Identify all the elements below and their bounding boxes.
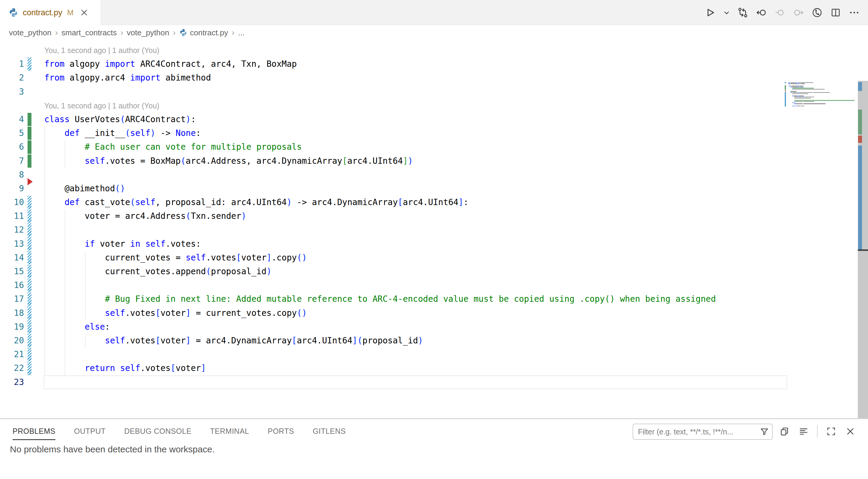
line-number[interactable]: 20 [0, 334, 24, 348]
code-line-row[interactable]: 2from algopy.arc4 import abimethod [0, 71, 868, 85]
code-line-row[interactable]: 17 # Bug Fixed in next line: Added mutab… [0, 292, 868, 306]
line-number[interactable]: 19 [0, 320, 24, 334]
line-number[interactable]: 5 [0, 126, 24, 140]
breadcrumb-item[interactable]: smart_contracts [61, 28, 117, 37]
line-number[interactable]: 23 [0, 375, 24, 389]
code-line-row[interactable]: 13 if voter in self.votes: [0, 237, 868, 251]
commit-graph-icon[interactable] [811, 7, 823, 19]
git-gutter-modified-marker[interactable] [28, 307, 31, 320]
open-previous-change-icon[interactable] [755, 7, 767, 19]
line-number[interactable]: 12 [0, 223, 24, 237]
panel-tab-terminal[interactable]: TERMINAL [210, 423, 249, 440]
breadcrumb-item[interactable]: ... [238, 28, 245, 37]
line-number[interactable]: 2 [0, 71, 24, 85]
run-dropdown-chevron-icon[interactable] [723, 7, 730, 19]
code-line-row[interactable]: 12 [0, 223, 868, 237]
code-line-row[interactable]: 18 self.votes[voter] = current_votes.cop… [0, 306, 868, 320]
line-number[interactable]: 14 [0, 251, 24, 265]
line-number[interactable]: 7 [0, 154, 24, 168]
git-gutter-modified-marker[interactable] [28, 292, 31, 306]
blame-row[interactable]: You, 1 second ago | 1 author (You) [0, 43, 868, 57]
minimap[interactable] [785, 81, 858, 459]
code-line-row[interactable]: 14 current_votes = self.votes[voter].cop… [0, 251, 868, 265]
code-line-row[interactable]: 10 def cast_vote(self, proposal_id: arc4… [0, 195, 868, 209]
code-line-row[interactable]: 7 self.votes = BoxMap(arc4.Address, arc4… [0, 154, 868, 168]
git-gutter-modified-marker[interactable] [28, 237, 31, 251]
line-number[interactable]: 6 [0, 140, 24, 154]
line-number[interactable]: 15 [0, 265, 24, 279]
code-line-row[interactable]: 11 voter = arc4.Address(Txn.sender) [0, 209, 868, 223]
close-panel-icon[interactable] [845, 426, 856, 437]
code-line-row[interactable]: 8 [0, 168, 868, 182]
line-number[interactable]: 18 [0, 306, 24, 320]
line-number[interactable]: 11 [0, 209, 24, 223]
panel-tab-output[interactable]: OUTPUT [74, 423, 106, 440]
line-number[interactable]: 8 [0, 168, 24, 182]
git-gutter-modified-marker[interactable] [28, 265, 31, 278]
maximize-panel-icon[interactable] [826, 426, 837, 437]
blame-row[interactable]: You, 1 second ago | 1 author (You) [0, 99, 868, 113]
line-number[interactable]: 22 [0, 361, 24, 375]
code-line-row[interactable]: 19 else: [0, 320, 868, 334]
code-line-row[interactable]: 5 def __init__(self) -> None: [0, 126, 868, 140]
run-python-file-icon[interactable] [705, 7, 716, 19]
code-line-row[interactable]: 1from algopy import ARC4Contract, arc4, … [0, 57, 868, 71]
line-number[interactable]: 16 [0, 279, 24, 292]
line-number[interactable]: 1 [0, 57, 24, 71]
breadcrumb-item[interactable]: vote_python [127, 28, 169, 37]
more-actions-icon[interactable] [848, 7, 860, 19]
code-editor[interactable]: You, 1 second ago | 1 author (You)1from … [0, 40, 868, 418]
code-line-row[interactable]: 22 return self.votes[voter] [0, 361, 868, 375]
code-line-row[interactable]: 23 [0, 375, 868, 389]
panel-tab-gitlens[interactable]: GITLENS [313, 423, 346, 440]
git-gutter-deleted-marker[interactable] [28, 178, 33, 185]
git-gutter-modified-marker[interactable] [28, 348, 31, 361]
overview-ruler-scrollbar[interactable] [858, 81, 868, 459]
code-token: in [130, 239, 141, 249]
line-number[interactable]: 13 [0, 237, 24, 251]
code-line-row[interactable]: 15 current_votes.append(proposal_id) [0, 265, 868, 279]
line-number[interactable]: 3 [0, 85, 24, 99]
code-line-row[interactable]: 9 @abimethod() [0, 182, 868, 195]
git-gutter-modified-marker[interactable] [28, 196, 31, 209]
git-gutter-added-marker[interactable] [28, 155, 31, 168]
git-gutter-added-marker[interactable] [28, 140, 31, 154]
minimap-code-line [797, 92, 799, 93]
code-line-row[interactable]: 20 self.votes[voter] = arc4.DynamicArray… [0, 334, 868, 348]
git-gutter-modified-marker[interactable] [28, 223, 31, 236]
compare-changes-icon[interactable] [737, 7, 749, 19]
line-number[interactable]: 9 [0, 182, 24, 195]
breadcrumb-item[interactable]: contract.py [179, 28, 228, 37]
scrollbar-slider-edge[interactable] [858, 249, 868, 251]
filter-input[interactable] [638, 427, 760, 436]
panel-tab-ports[interactable]: PORTS [268, 423, 294, 440]
git-gutter-modified-marker[interactable] [28, 320, 31, 333]
code-line-row[interactable]: 4class UserVotes(ARC4Contract): [0, 113, 868, 126]
git-gutter-added-marker[interactable] [28, 127, 31, 140]
code-line-row[interactable]: 3 [0, 85, 868, 99]
tab-contract-py[interactable]: contract.py M [0, 0, 101, 25]
git-gutter-modified-marker[interactable] [28, 251, 31, 264]
list-lines-icon[interactable] [798, 426, 809, 437]
git-gutter-modified-marker[interactable] [28, 334, 31, 347]
panel-tab-problems[interactable]: PROBLEMS [12, 423, 55, 440]
line-number[interactable]: 10 [0, 195, 24, 209]
line-number[interactable]: 4 [0, 113, 24, 126]
git-gutter-added-marker[interactable] [28, 113, 31, 126]
git-gutter-modified-marker[interactable] [28, 58, 31, 71]
line-number[interactable]: 17 [0, 292, 24, 306]
line-number[interactable]: 21 [0, 348, 24, 361]
code-line-row[interactable]: 16 [0, 279, 868, 292]
git-gutter-modified-marker[interactable] [28, 362, 31, 375]
breadcrumb-item[interactable]: vote_python [9, 28, 52, 37]
git-gutter-modified-marker[interactable] [28, 210, 31, 223]
git-gutter-modified-marker[interactable] [28, 279, 31, 292]
split-editor-icon[interactable] [830, 7, 842, 19]
minimap-code-line [801, 106, 804, 106]
code-line-row[interactable]: 21 [0, 348, 868, 361]
minimap-code-line [824, 89, 825, 90]
close-tab-icon[interactable] [80, 8, 89, 17]
copy-icon[interactable] [779, 426, 790, 437]
panel-tab-debug-console[interactable]: DEBUG CONSOLE [124, 423, 192, 440]
code-line-row[interactable]: 6 # Each user can vote for multiple prop… [0, 140, 868, 154]
